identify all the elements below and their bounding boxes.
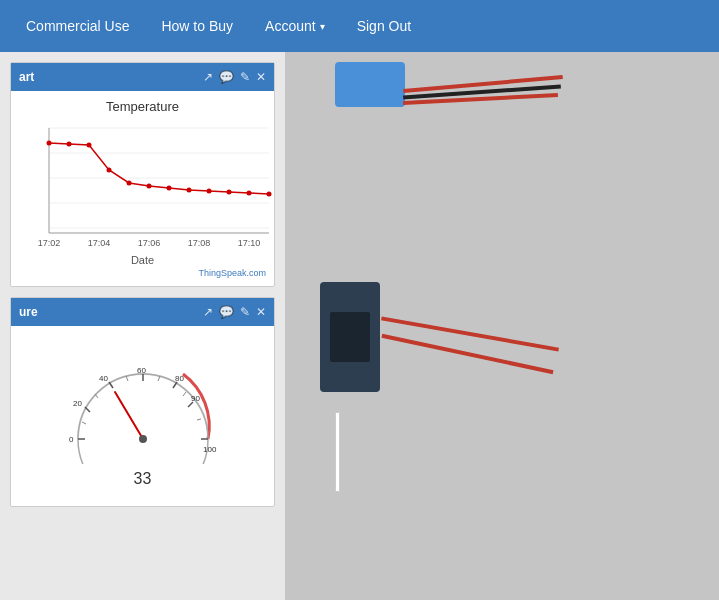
svg-text:17:02: 17:02 <box>38 238 61 248</box>
svg-point-12 <box>147 184 152 189</box>
widget-icons-gauge: ↗ 💬 ✎ ✕ <box>203 305 266 319</box>
temperature-svg: 17:02 17:04 17:06 17:08 17:10 <box>19 118 274 248</box>
svg-point-11 <box>127 181 132 186</box>
chevron-down-icon: ▾ <box>320 21 325 32</box>
edit-icon[interactable]: ✎ <box>240 70 250 84</box>
svg-text:40: 40 <box>99 374 108 383</box>
chart-svg-area: 17:02 17:04 17:06 17:08 17:10 <box>19 118 266 252</box>
nav-sign-out[interactable]: Sign Out <box>341 0 427 52</box>
svg-point-8 <box>67 142 72 147</box>
svg-point-16 <box>227 190 232 195</box>
gauge-widget: ure ↗ 💬 ✎ ✕ <box>10 297 275 507</box>
svg-point-13 <box>167 186 172 191</box>
temperature-chart-body: Temperature <box>11 91 274 286</box>
svg-text:17:08: 17:08 <box>188 238 211 248</box>
wire-red-3 <box>381 316 559 351</box>
thingspeak-label: ThingSpeak.com <box>19 268 266 278</box>
nav-how-to-buy[interactable]: How to Buy <box>145 0 249 52</box>
svg-line-39 <box>82 422 86 424</box>
gauge-value: 33 <box>134 470 152 488</box>
svg-point-7 <box>47 141 52 146</box>
svg-text:80: 80 <box>175 374 184 383</box>
svg-text:17:10: 17:10 <box>238 238 261 248</box>
gauge-visual: 0 20 40 60 80 <box>19 334 266 498</box>
wire-red-4 <box>381 334 553 374</box>
temperature-chart-title: art <box>19 70 34 84</box>
svg-text:20: 20 <box>73 399 82 408</box>
svg-point-9 <box>87 143 92 148</box>
svg-point-14 <box>187 188 192 193</box>
svg-point-24 <box>78 374 208 464</box>
nav-account-label: Account <box>265 18 316 34</box>
share-icon-gauge[interactable]: ↗ <box>203 305 213 319</box>
svg-point-15 <box>207 189 212 194</box>
widget-icons-chart: ↗ 💬 ✎ ✕ <box>203 70 266 84</box>
edit-icon-gauge[interactable]: ✎ <box>240 305 250 319</box>
close-icon-gauge[interactable]: ✕ <box>256 305 266 319</box>
left-panel: art ↗ 💬 ✎ ✕ Temperature <box>0 52 285 600</box>
svg-text:17:06: 17:06 <box>138 238 161 248</box>
nav-sign-out-label: Sign Out <box>357 18 411 34</box>
svg-point-10 <box>107 168 112 173</box>
svg-point-18 <box>267 192 272 197</box>
temperature-chart-header: art ↗ 💬 ✎ ✕ <box>11 63 274 91</box>
comment-icon[interactable]: 💬 <box>219 70 234 84</box>
share-icon[interactable]: ↗ <box>203 70 213 84</box>
svg-text:17:04: 17:04 <box>88 238 111 248</box>
dht-sensor <box>335 62 405 107</box>
svg-point-46 <box>139 435 147 443</box>
temperature-chart-widget: art ↗ 💬 ✎ ✕ Temperature <box>10 62 275 287</box>
gauge-svg: 0 20 40 60 80 <box>63 344 223 464</box>
nodemcu-chip <box>330 312 370 362</box>
close-icon[interactable]: ✕ <box>256 70 266 84</box>
svg-line-44 <box>197 419 201 420</box>
svg-line-45 <box>115 392 143 439</box>
svg-text:90: 90 <box>191 394 200 403</box>
nav-commercial-use[interactable]: Commercial Use <box>10 0 145 52</box>
svg-text:60: 60 <box>137 366 146 375</box>
nav-account[interactable]: Account ▾ <box>249 0 341 52</box>
comment-icon-gauge[interactable]: 💬 <box>219 305 234 319</box>
wire-white-1 <box>335 412 340 492</box>
gauge-title: ure <box>19 305 38 319</box>
nav-how-to-buy-label: How to Buy <box>161 18 233 34</box>
svg-text:0: 0 <box>69 435 74 444</box>
gauge-header: ure ↗ 💬 ✎ ✕ <box>11 298 274 326</box>
main-content: art ↗ 💬 ✎ ✕ Temperature <box>0 52 719 600</box>
hardware-photo <box>285 52 719 600</box>
navbar: Commercial Use How to Buy Account ▾ Sign… <box>0 0 719 52</box>
x-axis-label: Date <box>19 254 266 266</box>
svg-point-17 <box>247 191 252 196</box>
nav-commercial-use-label: Commercial Use <box>26 18 129 34</box>
gauge-body: 0 20 40 60 80 <box>11 326 274 506</box>
svg-line-43 <box>183 392 186 396</box>
chart-heading: Temperature <box>19 99 266 114</box>
svg-text:100: 100 <box>203 445 217 454</box>
right-panel <box>285 52 719 600</box>
